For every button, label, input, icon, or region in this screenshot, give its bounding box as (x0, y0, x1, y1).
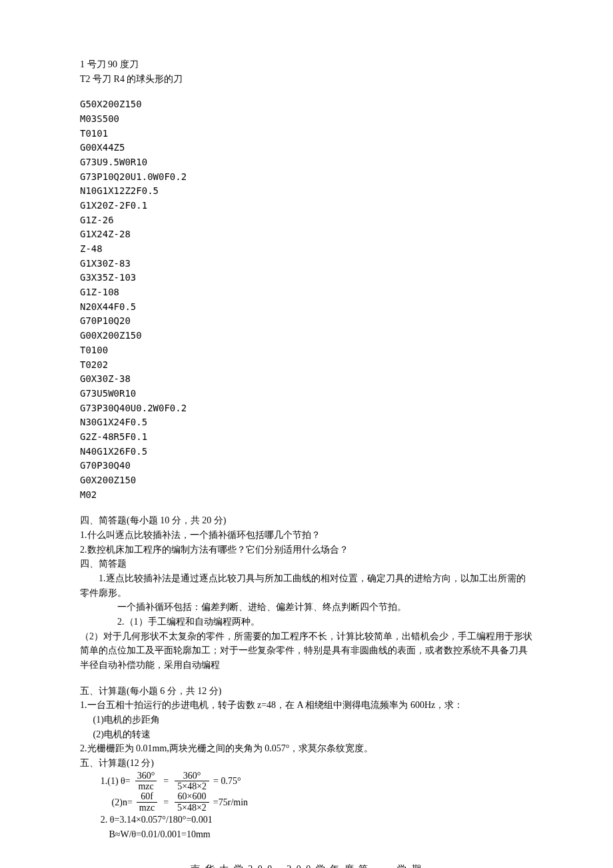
section4-a2-p1: 2.（1）手工编程和自动编程两种。 (80, 615, 533, 629)
equals-sign: = (161, 774, 171, 789)
footer-title: 南 华 大 学 2 0 0 – 2 0 0 学 年 度 第 学 期 数控技术 课… (80, 862, 533, 868)
document-page: 1 号刀 90 度刀 T2 号刀 R4 的球头形的刀 G50X200Z150 M… (0, 0, 613, 868)
footer-line1-a: 南 华 大 学 2 0 0 – 2 0 0 学 年 度 第 (191, 864, 369, 868)
formula-theta-prefix: 1.(1) θ= (101, 774, 131, 789)
formula-theta-result: = 0.75° (213, 774, 241, 789)
section4-a2-p2: （2）对于几何形状不太复杂的零件，所需要的加工程序不长，计算比较简单，出错机会少… (80, 629, 533, 673)
footer-line1-b: 学 期 (397, 864, 422, 868)
section4-q2: 2.数控机床加工程序的编制方法有哪些？它们分别适用什么场合？ (80, 543, 533, 557)
fraction-1b-num: 360° (181, 771, 204, 781)
section4-ans-heading: 四、简答题 (80, 557, 533, 571)
formula-n: (2)n= 60f mzc = 60×600 5×48×2 =75r/min (112, 791, 533, 813)
fraction-2b: 60×600 5×48×2 (175, 791, 209, 813)
section4-a1-p2: 一个插补循环包括：偏差判断、进给、偏差计算、终点判断四个节拍。 (80, 600, 533, 615)
section4-heading: 四、简答题(每小题 10 分，共 20 分) (80, 513, 533, 528)
section5-ans-heading: 五、计算题(12 分) (80, 756, 533, 771)
section5-a2-l1: 2. θ=3.14×0.057°/180°=0.001 (101, 813, 533, 827)
section5-q1: 1.一台五相十拍运行的步进电机，转子齿数 z=48，在 A 相绕组中测得电流频率… (80, 698, 533, 713)
equals-sign: = (161, 795, 171, 810)
fraction-1a: 360° mzc (135, 771, 158, 792)
fraction-1b-den: 5×48×2 (175, 781, 209, 791)
formula-n-result: =75r/min (213, 795, 248, 810)
intro-line-2: T2 号刀 R4 的球头形的刀 (80, 72, 533, 87)
formula-n-prefix: (2)n= (112, 795, 133, 810)
section4-a1-p1: 1.逐点比较插补法是通过逐点比较刀具与所加工曲线的相对位置，确定刀具的进给方向，… (80, 571, 533, 600)
fraction-2b-num: 60×600 (175, 791, 209, 801)
section5-heading: 五、计算题(每小题 6 分，共 12 分) (80, 684, 533, 699)
fraction-2a: 60f mzc (137, 791, 157, 813)
section5-a2-l2: B≈W/θ=0.01/0.001=10mm (109, 827, 533, 842)
fraction-1a-num: 360° (135, 771, 158, 781)
fraction-1a-den: mzc (135, 781, 156, 791)
nc-code-block: G50X200Z150 M03S500 T0101 G00X44Z5 G73U9… (80, 97, 533, 502)
section5-q2: 2.光栅栅距为 0.01mm,两块光栅之间的夹角为 0.057°，求莫尔条纹宽度… (80, 741, 533, 756)
intro-line-1: 1 号刀 90 度刀 (80, 57, 533, 72)
fraction-1b: 360° 5×48×2 (175, 771, 209, 792)
footer-line1: 南 华 大 学 2 0 0 – 2 0 0 学 年 度 第 学 期 (80, 862, 533, 868)
section5-q1b: (2)电机的转速 (80, 727, 533, 742)
fraction-2a-den: mzc (137, 802, 157, 813)
formula-theta: 1.(1) θ= 360° mzc = 360° 5×48×2 = 0.75° (101, 771, 533, 792)
fraction-2a-num: 60f (138, 791, 156, 801)
section4-q1: 1.什么叫逐点比较插补法，一个插补循环包括哪几个节拍？ (80, 528, 533, 543)
fraction-2b-den: 5×48×2 (175, 802, 209, 813)
section5-q1a: (1)电机的步距角 (80, 713, 533, 727)
